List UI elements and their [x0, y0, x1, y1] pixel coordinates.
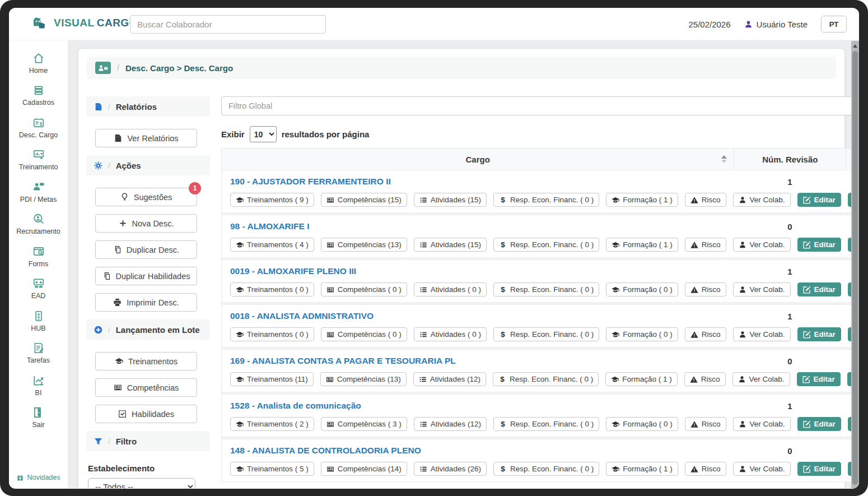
formacao-button[interactable]: Formação ( 0 ): [606, 282, 678, 296]
resp-econ-financ-button[interactable]: $Resp. Econ. Financ. ( 0 ): [493, 372, 599, 386]
editar-button[interactable]: Editar: [797, 193, 841, 207]
sidebar-item-sair[interactable]: Sair: [9, 402, 68, 434]
competencias-button[interactable]: Competências ( 3 ): [321, 417, 407, 431]
job-title-link[interactable]: 98 - ALMOXARIFE I: [230, 221, 734, 231]
sidebar-item-treinamento[interactable]: Treinamento: [9, 144, 68, 177]
job-title-link[interactable]: 169 - ANALISTA CONTAS A PAGAR E TESOURAR…: [230, 356, 734, 366]
formacao-button[interactable]: Formação ( 0 ): [606, 417, 678, 431]
page-size-select[interactable]: 10: [250, 126, 277, 142]
sidebar-item-home[interactable]: Home: [9, 47, 68, 80]
formacao-button[interactable]: Formação ( 0 ): [606, 327, 678, 341]
job-title-link[interactable]: 190 - AJUSTADOR FERRAMENTEIRO II: [230, 177, 734, 187]
atividades-button[interactable]: Atividades (15): [414, 193, 487, 207]
atividades-button[interactable]: Atividades (15): [414, 238, 487, 252]
ver-colab-button[interactable]: Ver Colab.: [732, 372, 790, 386]
user-menu[interactable]: Usuário Teste: [744, 20, 808, 29]
competencias-button[interactable]: Competências (15): [321, 193, 407, 207]
atividades-button[interactable]: Atividades (26): [414, 462, 487, 476]
nova-desc-button[interactable]: Nova Desc.: [95, 214, 197, 233]
job-title-link[interactable]: 1528 - Analista de comunicação: [230, 401, 734, 411]
column-header-num-revisao[interactable]: Núm. Revisão: [734, 149, 846, 170]
risco-button[interactable]: Risco: [684, 372, 726, 386]
ver-colab-button[interactable]: Ver Colab.: [733, 417, 791, 431]
resp-econ-financ-button[interactable]: $Resp. Econ. Financ. ( 0 ): [493, 193, 599, 207]
scroll-up-arrow[interactable]: [851, 43, 859, 49]
risco-button[interactable]: Risco: [685, 327, 726, 341]
sidebar-item-pdi-metas[interactable]: PDI / Metas: [9, 176, 68, 208]
sidebar-item-tarefas[interactable]: Tarefas: [9, 337, 68, 370]
competencias-button[interactable]: Competências ( 0 ): [321, 327, 407, 341]
editar-button[interactable]: Editar: [797, 327, 841, 341]
lote-habilidades-button[interactable]: Habilidades: [95, 405, 197, 423]
lote-competencias-button[interactable]: Competências: [95, 378, 197, 397]
treinamentos-button[interactable]: Treinamentos ( 2 ): [230, 417, 314, 431]
formacao-button[interactable]: Formação ( 1 ): [606, 193, 678, 207]
user-name: Usuário Teste: [757, 20, 808, 29]
atividades-button[interactable]: Atividades (12): [413, 372, 486, 386]
competencias-button[interactable]: Competências (13): [321, 238, 407, 252]
formacao-button[interactable]: Formação ( 1 ): [606, 462, 678, 476]
atividades-button[interactable]: Atividades ( 0 ): [414, 327, 487, 341]
atividades-button[interactable]: Atividades ( 0 ): [414, 282, 487, 296]
editar-button[interactable]: Editar: [797, 462, 841, 476]
job-title-link[interactable]: 0018 - ANALISTA ADMNISTRATIVO: [230, 311, 734, 321]
sidebar-item-recrutamento[interactable]: Recrutamento: [9, 208, 68, 241]
editar-button[interactable]: Editar: [797, 372, 841, 386]
ver-colab-button[interactable]: Ver Colab.: [733, 238, 791, 252]
search-input[interactable]: [130, 15, 326, 34]
edit-icon: [803, 286, 811, 294]
editar-button[interactable]: Editar: [797, 282, 841, 296]
sidebar-item-bi[interactable]: BI: [9, 369, 68, 402]
job-title-link[interactable]: 0019 - ALMOXARIFE PLENO III: [230, 266, 734, 276]
formacao-button[interactable]: Formação ( 1 ): [605, 372, 678, 386]
novidades-link[interactable]: Novidades: [9, 474, 68, 481]
scrollbar-thumb[interactable]: [852, 51, 858, 485]
risco-button[interactable]: Risco: [685, 282, 726, 296]
competencias-button[interactable]: Competências (13): [320, 372, 407, 386]
job-title-link[interactable]: 148 - ANALISTA DE CONTROLADORIA PLENO: [230, 446, 734, 456]
sort-icon[interactable]: [721, 155, 727, 163]
ver-colab-button[interactable]: Ver Colab.: [733, 193, 791, 207]
sidebar-item-cadastros[interactable]: Cadastros: [9, 80, 68, 112]
ver-colab-button[interactable]: Ver Colab.: [733, 462, 791, 476]
duplicar-desc-button[interactable]: Duplicar Desc.: [95, 240, 197, 259]
sidebar-item-hub[interactable]: HUB: [9, 305, 68, 337]
treinamentos-button[interactable]: Treinamentos ( 4 ): [230, 238, 314, 252]
ver-colab-button[interactable]: Ver Colab.: [733, 282, 791, 296]
risco-button[interactable]: Risco: [685, 193, 726, 207]
atividades-button[interactable]: Atividades (12): [414, 417, 487, 431]
editar-button[interactable]: Editar: [797, 417, 841, 431]
treinamentos-button[interactable]: Treinamentos ( 9 ): [230, 193, 314, 207]
competencias-button[interactable]: Competências (14): [321, 462, 407, 476]
resp-econ-financ-button[interactable]: $Resp. Econ. Financ. ( 0 ): [493, 417, 599, 431]
sidebar-item-desc-cargo[interactable]: Desc. Cargo: [9, 112, 68, 144]
risco-button[interactable]: Risco: [685, 417, 726, 431]
competencias-button[interactable]: Competências ( 0 ): [321, 282, 407, 296]
sidebar-item-ead[interactable]: EAD: [9, 273, 68, 305]
resp-econ-financ-button[interactable]: $Resp. Econ. Financ. ( 0 ): [493, 238, 599, 252]
lote-treinamentos-button[interactable]: Treinamentos: [95, 352, 197, 370]
ver-relatorios-button[interactable]: Ver Relatórios: [95, 129, 197, 147]
treinamentos-button[interactable]: Treinamentos ( 5 ): [230, 462, 314, 476]
treinamentos-button[interactable]: Treinamentos (11): [230, 372, 314, 386]
resp-econ-financ-button[interactable]: $Resp. Econ. Financ. ( 0 ): [493, 462, 599, 476]
resp-econ-financ-button[interactable]: $Resp. Econ. Financ. ( 0 ): [493, 327, 599, 341]
resp-econ-financ-button[interactable]: $Resp. Econ. Financ. ( 0 ): [493, 282, 599, 296]
ver-colab-button[interactable]: Ver Colab.: [733, 327, 791, 341]
vertical-scrollbar[interactable]: [851, 41, 859, 488]
column-header-cargo[interactable]: Cargo: [222, 149, 734, 170]
global-filter-input[interactable]: [221, 96, 859, 115]
duplicar-habilidades-button[interactable]: Duplicar Habilidades: [95, 267, 197, 285]
editar-button[interactable]: Editar: [797, 238, 841, 252]
formacao-button[interactable]: Formação ( 1 ): [606, 238, 678, 252]
risco-button[interactable]: Risco: [685, 462, 726, 476]
visual-cargo-logo[interactable]: VISUALCARGO: [30, 16, 138, 30]
language-button[interactable]: PT: [821, 16, 847, 33]
risco-button[interactable]: Risco: [685, 238, 726, 252]
sidebar-item-forms[interactable]: Forms: [9, 240, 68, 273]
treinamentos-button[interactable]: Treinamentos ( 0 ): [230, 282, 314, 296]
estabelecimento-select[interactable]: -- Todos --: [88, 478, 195, 488]
treinamentos-button[interactable]: Treinamentos ( 0 ): [230, 327, 314, 341]
sugestoes-button[interactable]: Sugestões 1: [95, 188, 197, 206]
imprimir-desc-button[interactable]: Imprimir Desc.: [95, 293, 197, 312]
